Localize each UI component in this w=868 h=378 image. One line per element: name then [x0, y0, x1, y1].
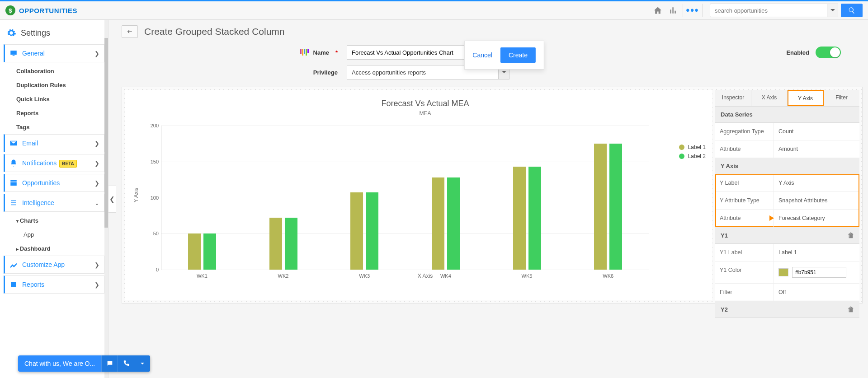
sidebar-sub-quicklinks[interactable]: Quick Links [4, 92, 104, 106]
tab-filter[interactable]: Filter [824, 90, 859, 106]
sidebar-label: Customize App [22, 261, 94, 268]
chart-plot: 050100150200WK1WK2WK3WK4WK5WK6 [161, 126, 649, 270]
tab-x-axis[interactable]: X Axis [751, 90, 788, 106]
settings-header: Settings [4, 26, 104, 44]
chat-collapse-icon[interactable] [134, 355, 150, 372]
aggregation-type-value[interactable]: Count [774, 123, 859, 140]
chevron-right-icon: ❯ [94, 140, 99, 147]
sidebar-item-reports-bottom[interactable]: Reports ❯ [4, 275, 104, 294]
legend-item: Label 2 [679, 153, 706, 159]
search-input[interactable] [710, 4, 827, 17]
monitor-icon [9, 49, 18, 57]
chevron-right-icon: ❯ [94, 261, 99, 268]
bar [203, 233, 216, 270]
section-y-axis: Y Axis [715, 158, 859, 174]
bar [513, 167, 526, 270]
legend-item: Label 1 [679, 144, 706, 150]
search-button[interactable] [841, 4, 863, 17]
name-label: Name [313, 49, 329, 56]
x-tick: WK2 [278, 273, 289, 279]
x-tick: WK5 [522, 273, 533, 279]
highlight-arrow-icon [769, 215, 774, 221]
prop-key: Filter [715, 284, 774, 301]
back-button[interactable] [122, 25, 138, 38]
y-attr-type-value[interactable]: Snapshot Attributes [774, 192, 859, 209]
sidebar-item-customize[interactable]: Customize App ❯ [4, 256, 104, 274]
sidebar-label: Intelligence [22, 199, 94, 206]
sidebar-sub-app[interactable]: App [4, 228, 104, 242]
search-dropdown[interactable] [827, 4, 838, 17]
prop-key: Y1 Color [715, 261, 774, 283]
chat-text: Chat with us, We are O... [18, 355, 101, 372]
sidebar-collapse-handle[interactable]: ❮ [108, 186, 116, 213]
bar [594, 144, 607, 270]
y-tick: 50 [146, 231, 159, 236]
y-attr-value[interactable]: Forecast Category [774, 210, 859, 227]
chat-message-icon[interactable] [101, 355, 118, 372]
chart-subtitle: MEA [147, 110, 703, 117]
y-tick: 0 [146, 267, 159, 272]
list-icon [9, 199, 18, 207]
chevron-right-icon: ❯ [94, 50, 99, 57]
more-menu[interactable]: ••• [685, 3, 700, 18]
delete-y2-icon[interactable]: 🗑 [848, 306, 854, 313]
create-button[interactable]: Create [500, 47, 536, 63]
home-icon[interactable] [650, 3, 665, 18]
y1-label-value[interactable]: Label 1 [774, 244, 859, 261]
inspector-tabs: Inspector X Axis Y Axis Filter [715, 90, 859, 107]
legend-label: Label 1 [688, 144, 706, 150]
bar [447, 177, 460, 270]
bar [350, 192, 363, 270]
enabled-toggle[interactable] [816, 47, 841, 58]
color-input[interactable] [792, 267, 846, 278]
y1-color-value[interactable] [774, 261, 859, 283]
x-tick: WK6 [603, 273, 613, 279]
bar-chart-icon[interactable] [665, 3, 681, 18]
prop-key: Y Label [715, 174, 774, 191]
chat-phone-icon[interactable] [118, 355, 134, 372]
sidebar-scrollbar[interactable] [104, 20, 108, 378]
search [710, 4, 863, 17]
tab-inspector[interactable]: Inspector [715, 90, 751, 106]
designer-canvas: Forecast Vs Actual MEA MEA Y Axis 050100… [122, 87, 863, 303]
tab-y-axis[interactable]: Y Axis [788, 90, 824, 106]
section-y1: Y1🗑 [715, 227, 859, 244]
bar-group: WK3 [324, 126, 405, 270]
sidebar-sub-dashboard[interactable]: Dashboard [4, 242, 104, 256]
y-tick: 100 [146, 195, 159, 201]
sidebar-sub-reports[interactable]: Reports [4, 106, 104, 120]
sidebar-sub-duplication[interactable]: Duplication Rules [4, 78, 104, 92]
sidebar-item-email[interactable]: Email ❯ [4, 134, 104, 152]
sidebar-item-opportunities[interactable]: Opportunities ❯ [4, 174, 104, 192]
chat-widget[interactable]: Chat with us, We are O... [18, 355, 150, 372]
sidebar-item-general[interactable]: General ❯ [4, 44, 104, 62]
legend-label: Label 2 [688, 153, 706, 159]
bar-group: WK1 [161, 126, 243, 270]
sidebar-item-intelligence[interactable]: Intelligence ⌄ [4, 194, 104, 212]
brand: $ OPPORTUNITIES [5, 5, 77, 15]
bar [188, 233, 201, 270]
sidebar-sub-tags[interactable]: Tags [4, 120, 104, 134]
cancel-link[interactable]: Cancel [472, 51, 492, 59]
divider [702, 4, 703, 17]
bar [609, 144, 622, 270]
attribute-value[interactable]: Amount [774, 140, 859, 158]
y-axis-label: Y Axis [133, 187, 139, 202]
bar-group: WK6 [567, 126, 649, 270]
sidebar-label: General [22, 50, 94, 57]
required-marker: * [335, 49, 338, 56]
chevron-down-icon: ⌄ [94, 200, 99, 206]
sidebar-label: Opportunities [22, 179, 94, 187]
section-y2: Y2🗑 [715, 301, 859, 318]
filter-value[interactable]: Off [774, 284, 859, 301]
sidebar-item-notifications[interactable]: NotificationsBETA ❯ [4, 154, 104, 172]
action-bar: Cancel Create [464, 41, 544, 70]
y-label-value[interactable]: Y Axis [774, 174, 859, 191]
delete-y1-icon[interactable]: 🗑 [848, 232, 854, 239]
sidebar-sub-collaboration[interactable]: Collaboration [4, 64, 104, 78]
divider [683, 4, 683, 17]
settings-title: Settings [21, 28, 50, 38]
sidebar-sub-charts[interactable]: Charts [4, 214, 104, 228]
color-swatch[interactable] [778, 268, 788, 276]
prop-key: Y Attribute Type [715, 192, 774, 209]
